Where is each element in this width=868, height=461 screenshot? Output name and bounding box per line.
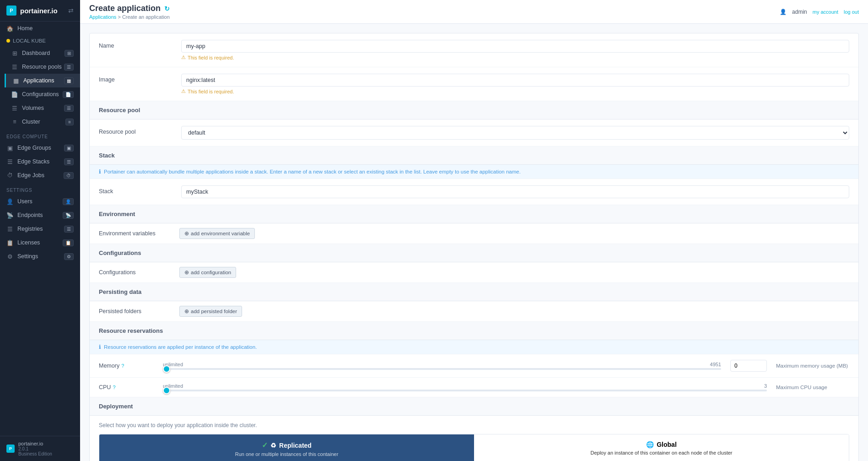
configurations-row: Configurations ⊕ add configuration [90,262,858,283]
cpu-label: CPU ? [99,384,154,390]
sidebar-item-edge-stacks[interactable]: ☰ Edge Stacks ☰ [0,155,80,168]
sidebar-item-edge-jobs[interactable]: ⏱ Edge Jobs ⏱ [0,168,80,182]
resource-reservations-section-header: Resource reservations [90,322,858,340]
sidebar-item-users[interactable]: 👤 Users 👤 [0,195,80,208]
memory-label: Memory ? [99,363,154,369]
sidebar-item-cluster[interactable]: ≡ Cluster ≡ [5,115,80,129]
info-icon-stack: ℹ [99,168,101,175]
sidebar: P portainer.io ⇄ 🏠 Home LOCAL KUBE ⊞ Das… [0,0,80,461]
breadcrumb: Applications > Create an application [89,14,170,20]
sidebar-item-licenses[interactable]: 📋 Licenses 📋 [0,236,80,249]
my-account-link[interactable]: my account [813,9,838,15]
env-variables-row: Environment variables ⊕ add environment … [90,223,858,244]
admin-label: admin [792,9,807,15]
cpu-slider-wrap: unlimited 3 [163,383,767,391]
warning-icon: ⚠ [181,54,186,60]
global-desc: Deploy an instance of this container on … [481,450,841,456]
licenses-badge: 📋 [63,239,74,246]
sidebar-item-volumes[interactable]: ☰ Volumes ☰ [5,101,80,115]
global-title: 🌐 Global [481,441,841,448]
resource-pool-section-header: Resource pool [90,101,858,119]
header: Create application ↻ Applications > Crea… [80,0,868,24]
configurations-section-header: Configurations [90,244,858,262]
stack-section-header: Stack [90,146,858,165]
sidebar-item-edge-groups[interactable]: ▣ Edge Groups ▣ [0,141,80,155]
image-input[interactable] [181,74,849,87]
sidebar-item-home[interactable]: 🏠 Home [0,22,80,35]
users-icon: 👤 [6,198,14,205]
add-env-variable-button[interactable]: ⊕ add environment variable [179,228,255,239]
page-title: Create application ↻ [89,4,170,13]
replicated-title: ✓ ♻ Replicated [107,441,467,450]
persisted-folders-label: Persisted folders [99,308,172,315]
environment-section-header: Environment [90,205,858,223]
refresh-icon[interactable]: ↻ [164,5,170,12]
env-variables-label: Environment variables [99,230,172,237]
registries-badge: ☰ [64,226,74,233]
header-left: Create application ↻ Applications > Crea… [89,4,170,20]
sidebar-logo-arrows: ⇄ [68,7,74,14]
local-kube-section: LOCAL KUBE [0,35,80,46]
users-badge: 👤 [63,198,74,205]
breadcrumb-current: Create an application [122,14,170,20]
header-right: 👤 admin my account log out [780,9,859,15]
sidebar-item-settings[interactable]: ⚙ Settings ⚙ [0,249,80,263]
resource-pool-select[interactable]: default [181,126,849,140]
configurations-icon: 📄 [11,91,18,98]
image-row: Image ⚠ This field is required. [90,67,858,101]
breadcrumb-parent-link[interactable]: Applications [89,14,116,20]
sidebar-item-applications[interactable]: ▦ Applications ▦ [5,74,80,87]
footer-portainer-icon: P [6,445,15,453]
image-error: ⚠ This field is required. [181,88,849,94]
resource-reservations-info-banner: ℹ Resource reservations are applied per … [90,340,858,354]
stack-info-banner: ℹ Portainer can automatically bundle mul… [90,165,858,179]
edge-jobs-badge: ⏱ [64,172,74,179]
kube-status-dot [6,39,10,43]
sidebar-item-endpoints[interactable]: 📡 Endpoints 📡 [0,208,80,222]
memory-row: Memory ? unlimited 4951 Maximum memory u… [90,354,858,378]
deployment-section: Select how you want to deploy your appli… [90,416,858,461]
replicated-check-icon: ✓ [262,441,268,450]
edge-groups-icon: ▣ [6,144,14,152]
sidebar-footer-info: portainer.io 2.0.1 Business Edition [18,441,52,456]
deploy-options: ✓ ♻ Replicated Run one or multiple insta… [99,434,849,461]
sidebar-item-dashboard[interactable]: ⊞ Dashboard ⊞ [5,46,80,60]
settings-badge: ⚙ [64,253,74,260]
portainer-icon: P [6,5,16,16]
edge-compute-label: EDGE COMPUTE [0,129,80,141]
edge-groups-badge: ▣ [64,145,74,152]
sidebar-item-configurations[interactable]: 📄 Configurations 📄 [5,87,80,101]
resource-pool-label: Resource pool [99,126,172,135]
cpu-slider[interactable] [163,390,767,391]
sidebar-footer: P portainer.io 2.0.1 Business Edition [0,436,80,461]
main-content: Create application ↻ Applications > Crea… [80,0,868,461]
name-input-wrap: ⚠ This field is required. [181,40,849,60]
stack-label: Stack [99,185,172,195]
sidebar-item-registries[interactable]: ☰ Registries ☰ [0,222,80,236]
persisted-folders-row: Persisted folders ⊕ add persisted folder [90,301,858,322]
name-input[interactable] [181,40,849,53]
add-configuration-button[interactable]: ⊕ add configuration [179,267,236,278]
dashboard-icon: ⊞ [11,49,18,57]
image-label: Image [99,74,172,83]
sidebar-logo: P portainer.io ⇄ [0,0,80,22]
replicated-option[interactable]: ✓ ♻ Replicated Run one or multiple insta… [99,434,474,461]
log-out-link[interactable]: log out [844,9,859,15]
memory-slider[interactable] [163,368,721,370]
memory-value-input[interactable] [730,360,767,372]
stack-input[interactable] [181,185,849,198]
sidebar-item-resource-pools[interactable]: ☰ Resource pools ☰ [5,60,80,74]
plus-icon-env: ⊕ [184,230,189,237]
endpoints-icon: 📡 [6,212,14,219]
resource-pool-row: Resource pool default [90,119,858,146]
memory-help-icon: ? [121,363,124,369]
applications-icon: ▦ [12,77,20,84]
edge-stacks-badge: ☰ [64,158,74,165]
global-option[interactable]: 🌐 Global Deploy an instance of this cont… [474,434,849,461]
volumes-icon: ☰ [11,104,18,112]
resource-pool-select-wrap: default [181,126,849,140]
info-icon-reservation: ℹ [99,344,101,350]
plus-icon-folder: ⊕ [184,308,189,315]
add-persisted-folder-button[interactable]: ⊕ add persisted folder [179,306,242,317]
memory-slider-wrap: unlimited 4951 [163,362,721,370]
